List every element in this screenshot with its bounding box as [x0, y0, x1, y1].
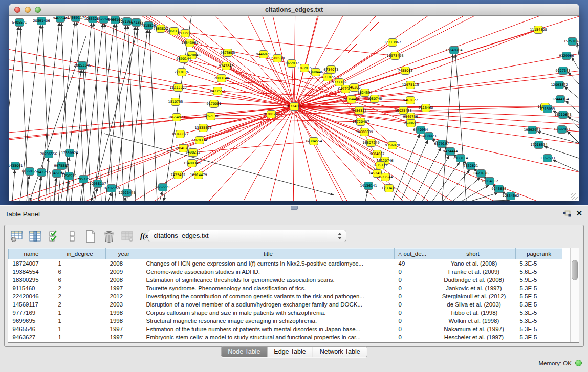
close-window-icon[interactable]: [14, 7, 20, 13]
graph-node[interactable]: 9875685: [221, 49, 235, 57]
column-header-in_degree[interactable]: in_degree: [54, 249, 106, 259]
graph-node[interactable]: 2803144: [214, 75, 229, 82]
delete-columns-button[interactable]: [101, 229, 117, 245]
graph-node[interactable]: 746266: [348, 84, 361, 92]
graph-node[interactable]: 12213303: [169, 84, 186, 92]
graph-node[interactable]: 7986322: [352, 107, 367, 115]
graph-node[interactable]: 14569117: [67, 16, 84, 22]
svg-text:12444154: 12444154: [552, 97, 569, 101]
graph-node[interactable]: 12093872: [551, 81, 568, 89]
zoom-window-icon[interactable]: [35, 7, 41, 13]
close-panel-icon[interactable]: ✕: [576, 208, 582, 218]
network-view[interactable]: 1872400718300295540557120891406946554614…: [9, 16, 579, 201]
graph-node[interactable]: 9115460: [419, 104, 433, 112]
graph-node[interactable]: 13535593: [194, 124, 211, 132]
graph-node[interactable]: 6379197: [434, 140, 449, 148]
network-canvas[interactable]: 1872400718300295540557120891406946554614…: [9, 16, 579, 201]
show-columns-button[interactable]: [27, 229, 43, 245]
panel-divider-grip[interactable]: [291, 206, 298, 210]
column-header-short[interactable]: short: [430, 249, 516, 259]
graph-node[interactable]: 8471626: [474, 170, 489, 178]
table-row[interactable]: 911546021997Tourette syndrome. Phenomeno…: [9, 284, 562, 292]
column-header-name[interactable]: name: [9, 249, 54, 259]
graph-node[interactable]: 1733426: [382, 185, 397, 192]
select-all-columns-button[interactable]: [46, 229, 61, 245]
graph-node[interactable]: 3624554: [358, 89, 373, 97]
graph-node[interactable]: 10854112: [481, 178, 498, 185]
graph-node[interactable]: 9170081: [207, 100, 222, 108]
table-row[interactable]: 1830029562008Estimation of significance …: [9, 276, 562, 284]
graph-node[interactable]: 7832621: [464, 162, 478, 170]
graph-node[interactable]: 5878334: [192, 137, 207, 144]
table-row[interactable]: 1456911722003Disruption of a novel membe…: [9, 300, 562, 309]
graph-node[interactable]: 16648784: [445, 47, 462, 54]
graph-node[interactable]: 1080748: [367, 95, 382, 103]
graph-node[interactable]: 1435061: [9, 162, 23, 170]
graph-node[interactable]: 15751074: [563, 38, 579, 46]
graph-node[interactable]: 19384554: [305, 138, 322, 145]
canvas-resize-grip[interactable]: [571, 193, 578, 200]
graph-node[interactable]: 19892971: [524, 126, 540, 134]
column-header-pagerank[interactable]: pagerank: [516, 249, 562, 259]
graph-node[interactable]: 9699695: [404, 120, 419, 127]
tab-edge-table[interactable]: Edge Table: [267, 347, 313, 357]
graph-node[interactable]: 12923445: [118, 189, 135, 197]
graph-node[interactable]: 8427552: [210, 87, 225, 95]
tab-network-table[interactable]: Network Table: [313, 347, 367, 357]
graph-node[interactable]: 15409348: [183, 160, 200, 167]
graph-node[interactable]: 1167533: [540, 155, 555, 162]
table-cell: 0: [395, 276, 430, 284]
table-row[interactable]: 1938455462009Genome-wide association stu…: [9, 268, 562, 276]
graph-node[interactable]: 16914479: [190, 171, 207, 179]
graph-node[interactable]: 7425402: [171, 171, 186, 179]
tab-node-table[interactable]: Node Table: [221, 347, 267, 357]
table-row[interactable]: 946554611997Estimation of the future num…: [9, 325, 562, 333]
graph-node[interactable]: 9242848: [219, 62, 234, 70]
graph-node[interactable]: 6734073: [324, 66, 339, 74]
column-header-title[interactable]: title: [142, 249, 395, 259]
table-cell: de Silva et al. (2003): [430, 300, 516, 309]
minimize-window-icon[interactable]: [25, 7, 31, 13]
delete-table-button[interactable]: [119, 229, 135, 245]
graph-node[interactable]: 10973493: [386, 52, 403, 60]
graph-node[interactable]: 20891406: [33, 17, 50, 25]
table-row[interactable]: 969969511998Structural magnetic resonanc…: [9, 317, 562, 325]
graph-node[interactable]: 1588520: [270, 55, 285, 62]
graph-node[interactable]: 10688609: [356, 128, 373, 136]
table-select-dropdown[interactable]: citations_edges.txt: [148, 230, 346, 242]
graph-node[interactable]: 12213967: [384, 39, 401, 47]
graph-node[interactable]: 12444154: [552, 96, 569, 103]
column-header-out_de[interactable]: △out_de...: [395, 249, 430, 259]
graph-node[interactable]: 15720407: [352, 118, 369, 126]
graph-node[interactable]: 17359924: [61, 149, 78, 157]
table-mode-button[interactable]: [9, 229, 25, 245]
graph-node[interactable]: 17016534: [530, 141, 547, 149]
graph-node[interactable]: 9329966: [559, 52, 574, 60]
graph-node[interactable]: 1810755: [168, 98, 183, 106]
graph-node[interactable]: 9463627: [403, 97, 418, 104]
graph-node[interactable]: 20206556: [40, 150, 57, 158]
graph-node[interactable]: 12975115: [402, 81, 419, 89]
table-row[interactable]: 977716911998Corpus callosum shape and si…: [9, 309, 562, 317]
unselect-all-columns-button[interactable]: [64, 229, 80, 245]
window-titlebar[interactable]: citations_edges.txt: [9, 4, 579, 16]
column-header-year[interactable]: year: [106, 249, 142, 259]
graph-node[interactable]: 9465546: [53, 16, 68, 23]
table-row[interactable]: 2242004622012Investigating the contribut…: [9, 292, 562, 300]
graph-node[interactable]: 19654923: [168, 114, 185, 121]
graph-node[interactable]: 2718176: [175, 69, 189, 76]
graph-node[interactable]: 9474444: [443, 148, 458, 156]
table-row[interactable]: 1872400712008Changes of HCN gene express…: [9, 259, 562, 268]
graph-node[interactable]: 11154808: [530, 26, 547, 34]
scrollbar-thumb[interactable]: [572, 260, 578, 280]
create-column-button[interactable]: [82, 229, 98, 245]
table-row[interactable]: 946362711997Embryonic stem cells: a mode…: [9, 333, 562, 341]
graph-node[interactable]: 1621022: [320, 74, 335, 81]
graph-node[interactable]: 14136141: [360, 182, 377, 190]
graph-node[interactable]: 9657771: [156, 184, 170, 191]
float-panel-icon[interactable]: [563, 210, 571, 217]
graph-node[interactable]: 5405571: [12, 19, 27, 27]
table-cell: 9463627: [9, 333, 54, 341]
graph-node[interactable]: 9245652: [492, 185, 507, 193]
table-vertical-scrollbar[interactable]: [570, 248, 579, 342]
